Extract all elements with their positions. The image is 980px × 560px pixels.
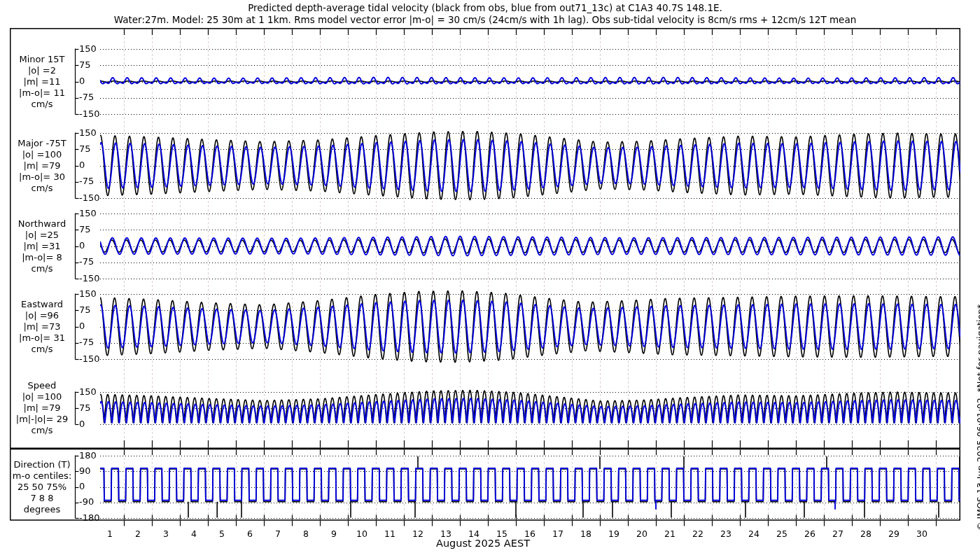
y-tick-label: 75 [79,225,91,234]
y-tick-label: -90 [79,497,94,507]
panel-label-line: cm/s [8,183,76,194]
y-tick-label: 0 [79,241,85,251]
x-tick-label: 24 [743,528,764,539]
panel-label-line: |m|-|o|= 29 [8,414,76,425]
panel-label-line: |m-o|= 8 [8,252,76,263]
x-tick-label: 5 [211,528,232,539]
y-tick-label: -180 [79,513,100,523]
y-tick-label: 0 [79,419,85,429]
panel-label-major: Major -75T|o| =100|m| =79|m-o|= 30cm/s [8,138,76,194]
y-tick-label: -75 [79,176,94,186]
x-tick-label: 2 [127,528,148,539]
x-tick-label: 25 [771,528,792,539]
y-tick-label: 0 [79,76,85,86]
tidal-plot-canvas [0,0,980,560]
panel-label-eastward: Eastward|o| =96|m| =73|m-o|= 31cm/s [8,299,76,355]
panel-label-line: cm/s [8,425,76,436]
panel-label-line: |m-o|= 30 [8,172,76,183]
panel-label-line: |o| =25 [8,230,76,241]
panel-label-line: m-o centiles: [8,470,76,482]
panel-label-line: cm/s [8,344,76,355]
x-tick-label: 27 [827,528,848,539]
panel-label-line: 7 8 8 [8,493,76,504]
panel-label-northward: Northward|o| =25|m| =31|m-o|= 8cm/s [8,218,76,274]
y-tick-label: 150 [79,387,97,397]
x-tick-label: 4 [183,528,204,539]
panel-label-line: degrees [8,504,76,515]
x-tick-label: 28 [855,528,876,539]
panel-label-line: Speed [8,380,76,391]
panel-label-line: |m| =31 [8,241,76,252]
panel-label-line: |m| =11 [8,76,76,88]
figure-title-line2: Water:27m. Model: 25 30m at 1 1km. Rms m… [0,14,970,25]
panel-label-line: |o| =100 [8,391,76,402]
panel-label-line: |o| =100 [8,149,76,160]
y-tick-label: 75 [79,60,91,70]
x-tick-label: 23 [715,528,736,539]
y-tick-label: 150 [79,44,97,54]
y-tick-label: -150 [79,193,100,203]
panel-label-line: Major -75T [8,138,76,149]
panel-label-line: Northward [8,218,76,230]
panel-label-line: Minor 15T [8,54,76,65]
x-tick-label: 10 [351,528,372,539]
y-tick-label: -150 [79,274,100,284]
x-tick-label: 3 [155,528,176,539]
y-tick-label: -150 [79,109,100,119]
x-tick-label: 1 [99,528,120,539]
x-tick-label: 30 [911,528,932,539]
panel-label-line: |m| =79 [8,402,76,414]
y-tick-label: 75 [79,144,91,154]
y-tick-label: -75 [79,257,94,267]
y-tick-label: 150 [79,289,97,299]
y-tick-label: -75 [79,337,94,347]
x-tick-label: 20 [631,528,652,539]
x-axis-title: August 2025 AEST [378,538,588,549]
panel-label-line: |m-o|= 31 [8,332,76,344]
panel-label-line: Eastward [8,299,76,310]
panel-label-line: cm/s [8,263,76,274]
x-tick-label: 9 [323,528,344,539]
watermark-credit: © IMOS 13-Jun-2025 06:01:02. *Not for na… [975,304,980,531]
y-tick-label: 180 [79,451,97,461]
figure-title-line1: Predicted depth-average tidal velocity (… [0,2,970,13]
panel-label-line: |m| =79 [8,160,76,172]
panel-label-speed: Speed|o| =100|m| =79|m|-|o|= 29cm/s [8,380,76,436]
y-tick-label: -75 [79,92,94,102]
panel-label-line: |o| =2 [8,65,76,76]
x-tick-label: 8 [295,528,316,539]
y-tick-label: 150 [79,209,97,218]
panel-label-line: |m-o|= 11 [8,88,76,99]
x-tick-label: 29 [883,528,904,539]
panel-label-line: Direction (T) [8,459,76,470]
x-tick-label: 22 [687,528,708,539]
y-tick-label: 90 [79,466,91,476]
panel-label-line: 25 50 75% [8,482,76,493]
x-tick-label: 21 [659,528,680,539]
panel-label-line: |m| =73 [8,321,76,332]
y-tick-label: 0 [79,160,85,170]
y-tick-label: -150 [79,354,100,364]
tidal-velocity-figure: Predicted depth-average tidal velocity (… [0,0,980,560]
x-tick-label: 6 [239,528,260,539]
y-tick-label: 0 [79,482,85,491]
y-tick-label: 150 [79,128,97,138]
panel-label-line: |o| =96 [8,310,76,321]
y-tick-label: 75 [79,403,91,413]
y-tick-label: 75 [79,305,91,315]
x-tick-label: 26 [799,528,820,539]
panel-label-line: cm/s [8,99,76,110]
y-tick-label: 0 [79,321,85,331]
panel-label-minor: Minor 15T|o| =2|m| =11|m-o|= 11cm/s [8,54,76,110]
x-tick-label: 19 [603,528,624,539]
panel-label-direction: Direction (T)m-o centiles:25 50 75%7 8 8… [8,459,76,515]
x-tick-label: 7 [267,528,288,539]
